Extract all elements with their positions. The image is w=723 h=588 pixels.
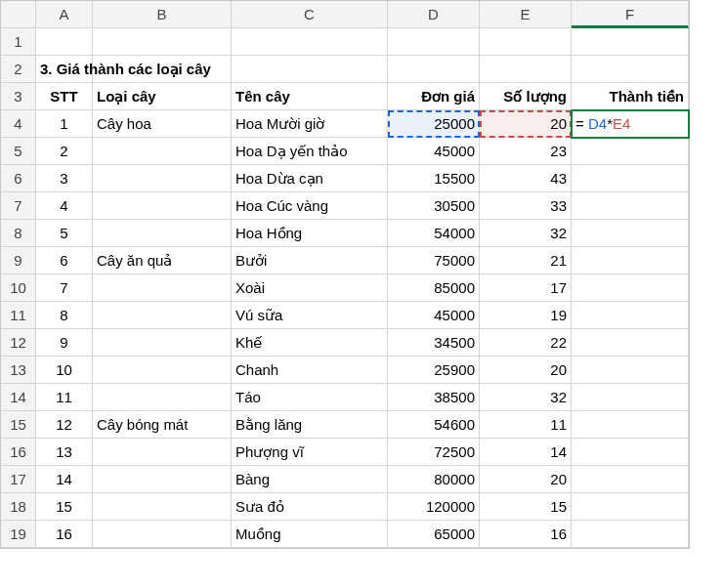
- cell-soluong[interactable]: 32: [480, 220, 572, 247]
- cell-ten[interactable]: Xoài: [232, 274, 388, 302]
- cell[interactable]: [388, 28, 480, 56]
- cell-dongia[interactable]: 15500: [388, 165, 480, 192]
- cell-thanhtien[interactable]: [572, 302, 689, 329]
- cell-stt[interactable]: 2: [36, 138, 93, 165]
- row-header[interactable]: 13: [1, 357, 36, 384]
- row-header[interactable]: 19: [1, 521, 36, 548]
- cell-thanhtien[interactable]: [572, 411, 689, 439]
- cell-loai[interactable]: [93, 138, 232, 165]
- cell-stt[interactable]: 8: [36, 302, 93, 329]
- cell-loai[interactable]: [93, 220, 232, 247]
- cell[interactable]: [232, 28, 388, 56]
- row-header[interactable]: 5: [1, 138, 36, 165]
- row-header[interactable]: 7: [1, 192, 36, 220]
- cell-F4-active[interactable]: = D4*E4: [572, 110, 689, 138]
- cell-dongia[interactable]: 25900: [388, 357, 480, 384]
- cell-stt[interactable]: 6: [36, 247, 93, 274]
- cell-thanhtien[interactable]: [572, 357, 689, 384]
- row-header[interactable]: 17: [1, 466, 36, 493]
- cell[interactable]: [388, 56, 480, 83]
- cell-loai[interactable]: [93, 466, 232, 493]
- cell-stt[interactable]: 14: [36, 466, 93, 493]
- cell-ten[interactable]: Sưa đỏ: [232, 493, 388, 521]
- cell-soluong[interactable]: 43: [480, 165, 572, 192]
- cell[interactable]: [572, 56, 689, 83]
- cell-ten[interactable]: Chanh: [232, 357, 388, 384]
- cell-ten[interactable]: Phượng vĩ: [232, 439, 388, 466]
- row-header[interactable]: 16: [1, 439, 36, 466]
- cell-loai[interactable]: [93, 165, 232, 192]
- spreadsheet[interactable]: A B C D E F 1 2 3. Giá thành các loại câ…: [0, 0, 690, 549]
- cell-stt[interactable]: 5: [36, 220, 93, 247]
- cell-dongia[interactable]: 45000: [388, 138, 480, 165]
- cell-loai[interactable]: [93, 329, 232, 357]
- cell-soluong[interactable]: 19: [480, 302, 572, 329]
- row-header[interactable]: 10: [1, 274, 36, 302]
- row-header[interactable]: 4: [1, 110, 36, 138]
- cell-dongia[interactable]: 34500: [388, 329, 480, 357]
- cell-thanhtien[interactable]: [572, 247, 689, 274]
- cell-stt[interactable]: 13: [36, 439, 93, 466]
- cell-ten[interactable]: Hoa Hồng: [232, 220, 388, 247]
- cell-loai[interactable]: [93, 493, 232, 521]
- col-header-D[interactable]: D: [388, 1, 480, 28]
- cell-dongia[interactable]: 54600: [388, 411, 480, 439]
- row-header[interactable]: 9: [1, 247, 36, 274]
- cell[interactable]: [232, 56, 388, 83]
- cell[interactable]: [572, 28, 689, 56]
- row-header[interactable]: 18: [1, 493, 36, 521]
- row-header[interactable]: 14: [1, 384, 36, 411]
- cell-stt[interactable]: 11: [36, 384, 93, 411]
- cell-stt[interactable]: 7: [36, 274, 93, 302]
- cell-thanhtien[interactable]: [572, 384, 689, 411]
- cell-soluong[interactable]: 17: [480, 274, 572, 302]
- cell-D4-ref[interactable]: 25000: [388, 110, 480, 138]
- cell-dongia[interactable]: 38500: [388, 384, 480, 411]
- header-thanhtien[interactable]: Thành tiền: [572, 83, 689, 110]
- cell-ten[interactable]: Vú sữa: [232, 302, 388, 329]
- cell-loai[interactable]: Cây bóng mát: [93, 411, 232, 439]
- row-header[interactable]: 11: [1, 302, 36, 329]
- cell-ten[interactable]: Khế: [232, 329, 388, 357]
- cell-loai[interactable]: [93, 384, 232, 411]
- cell-soluong[interactable]: 14: [480, 439, 572, 466]
- cell-ten[interactable]: Hoa Dạ yến thảo: [232, 138, 388, 165]
- cell-thanhtien[interactable]: [572, 521, 689, 548]
- cell-soluong[interactable]: 33: [480, 192, 572, 220]
- header-stt[interactable]: STT: [36, 83, 93, 110]
- cell-soluong[interactable]: 20: [480, 357, 572, 384]
- cell-dongia[interactable]: 80000: [388, 466, 480, 493]
- cell-thanhtien[interactable]: [572, 274, 689, 302]
- cell-thanhtien[interactable]: [572, 439, 689, 466]
- cell-soluong[interactable]: 32: [480, 384, 572, 411]
- select-all-corner[interactable]: [1, 1, 36, 28]
- cell-stt[interactable]: 3: [36, 165, 93, 192]
- row-header[interactable]: 15: [1, 411, 36, 439]
- cell-loai[interactable]: Cây hoa: [93, 110, 232, 138]
- cell-stt[interactable]: 16: [36, 521, 93, 548]
- row-header[interactable]: 8: [1, 220, 36, 247]
- col-header-E[interactable]: E: [480, 1, 572, 28]
- header-soluong[interactable]: Số lượng: [480, 83, 572, 110]
- cell-soluong[interactable]: 15: [480, 493, 572, 521]
- cell-thanhtien[interactable]: [572, 192, 689, 220]
- cell-thanhtien[interactable]: [572, 165, 689, 192]
- cell-soluong[interactable]: 11: [480, 411, 572, 439]
- cell-dongia[interactable]: 85000: [388, 274, 480, 302]
- cell-soluong[interactable]: 22: [480, 329, 572, 357]
- cell-stt[interactable]: 4: [36, 192, 93, 220]
- cell-dongia[interactable]: 30500: [388, 192, 480, 220]
- col-header-F[interactable]: F: [572, 1, 689, 28]
- cell[interactable]: [93, 28, 232, 56]
- cell-ten[interactable]: Hoa Mười giờ: [232, 110, 388, 138]
- cell-dongia[interactable]: 54000: [388, 220, 480, 247]
- cell-ten[interactable]: Bàng: [232, 466, 388, 493]
- row-header[interactable]: 3: [1, 83, 36, 110]
- cell-dongia[interactable]: 65000: [388, 521, 480, 548]
- cell-ten[interactable]: Hoa Cúc vàng: [232, 192, 388, 220]
- cell-stt[interactable]: 1: [36, 110, 93, 138]
- cell-dongia[interactable]: 75000: [388, 247, 480, 274]
- cell[interactable]: [36, 28, 93, 56]
- cell-loai[interactable]: [93, 521, 232, 548]
- header-ten[interactable]: Tên cây: [232, 83, 388, 110]
